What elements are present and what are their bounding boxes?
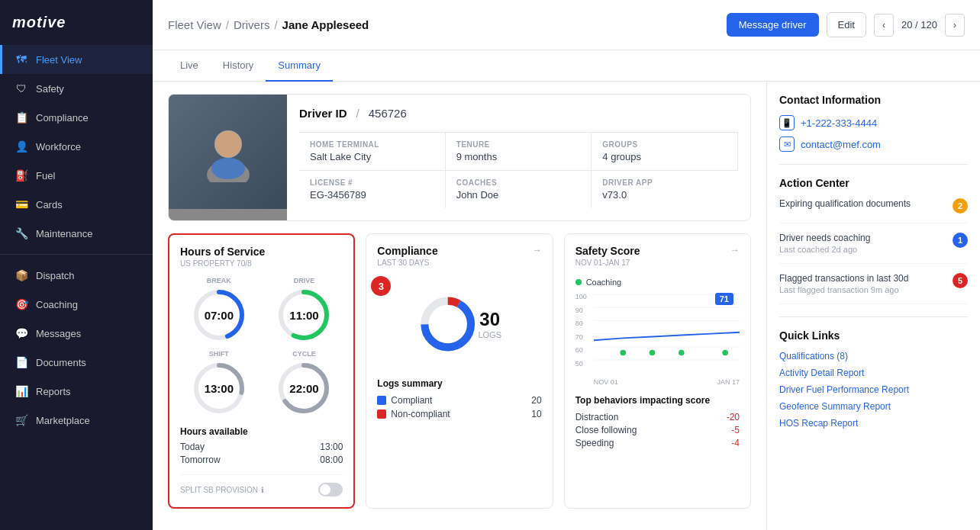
breadcrumb-fleet-view[interactable]: Fleet View: [168, 18, 221, 31]
breadcrumb-drivers[interactable]: Drivers: [234, 18, 270, 31]
tab-summary[interactable]: Summary: [266, 50, 333, 82]
flagged-sub: Last flagged transaction 9m ago: [779, 285, 908, 294]
next-driver-button[interactable]: ›: [945, 14, 965, 37]
expiring-docs-badge: 2: [953, 198, 968, 214]
shift-circle-svg: [192, 361, 247, 416]
summary-cards-row: Hours of Service US PROPERTY 70/8 BREAK: [168, 233, 751, 509]
distraction-label: Distraction: [575, 412, 619, 422]
sidebar-item-label: Marketplace: [36, 415, 90, 426]
chat-icon: 💬: [15, 326, 28, 340]
action-coaching-text: Driver needs coaching Last coached 2d ag…: [779, 233, 870, 254]
prev-driver-button[interactable]: ‹: [874, 14, 894, 37]
safety-subtitle: NOV 01-JAN 17: [575, 259, 640, 267]
info-icon: ℹ: [261, 486, 264, 494]
coaching-dot-1: [620, 350, 626, 356]
compliant-label: Compliant: [391, 395, 432, 406]
main-area: Fleet View / Drivers / Jane Appleseed Me…: [153, 0, 980, 530]
hours-available: Hours available Today 13:00 Tomorrow 08:…: [180, 426, 343, 465]
x-label-nov: NOV 01: [594, 378, 618, 386]
close-following-label: Close following: [575, 425, 637, 435]
contact-title: Contact Information: [779, 94, 968, 106]
noncompliant-dot: [377, 410, 386, 419]
sidebar-item-fuel[interactable]: ⛽ Fuel: [0, 161, 153, 190]
driver-avatar-svg: [198, 121, 259, 182]
fuel-icon: ⛽: [15, 169, 28, 182]
edit-button[interactable]: Edit: [827, 12, 866, 37]
behaviors-title: Top behaviors impacting score: [575, 395, 740, 406]
logs-summary-title: Logs summary: [377, 378, 541, 389]
sidebar-item-fleet-view[interactable]: 🗺 Fleet View: [0, 45, 153, 74]
behavior-distraction: Distraction -20: [575, 412, 740, 422]
coaching-label: Coaching: [586, 278, 621, 287]
drive-label: DRIVE: [294, 277, 315, 284]
noncompliant-row: Non-compliant 10: [377, 409, 541, 419]
coaches-label: COACHES: [456, 178, 581, 187]
tomorrow-value: 08:00: [320, 455, 343, 465]
sidebar-item-label: Maintenance: [36, 228, 92, 239]
safety-score-card: Safety Score NOV 01-JAN 17 → Coaching 71…: [564, 233, 751, 509]
coaching-action-sub: Last coached 2d ago: [779, 245, 870, 254]
shift-wrapper: 13:00: [192, 361, 247, 416]
sidebar-item-safety[interactable]: 🛡 Safety: [0, 74, 153, 103]
safety-arrow-icon[interactable]: →: [730, 245, 740, 255]
quick-link-activity[interactable]: Activity Detail Report: [779, 368, 968, 378]
sidebar-item-label: Documents: [36, 357, 86, 368]
sidebar-item-dispatch[interactable]: 📦 Dispatch: [0, 261, 153, 290]
license-cell: LICENSE # EG-3456789: [299, 171, 446, 208]
driver-photo-placeholder: [169, 95, 287, 209]
tenure-cell: TENURE 9 months: [446, 133, 592, 171]
split-sb-label: SPLIT SB PROVISION: [180, 486, 258, 494]
action-flagged-text: Flagged transactions in last 30d Last fl…: [779, 273, 908, 294]
tab-live[interactable]: Live: [168, 50, 211, 82]
coaching-dot-3: [679, 350, 685, 356]
toggle-knob: [320, 484, 330, 495]
compliance-arrow-icon[interactable]: →: [533, 245, 542, 255]
email-icon: ✉: [779, 137, 795, 152]
message-driver-button[interactable]: Message driver: [727, 13, 819, 37]
noncompliant-label: Non-compliant: [391, 409, 450, 419]
groups-label: GROUPS: [602, 140, 727, 149]
cycle-circle-svg: [276, 361, 331, 416]
logo: motive: [0, 0, 153, 45]
phone-link[interactable]: +1-222-333-4444: [801, 117, 877, 129]
sidebar-item-documents[interactable]: 📄 Documents: [0, 348, 153, 377]
tab-history[interactable]: History: [211, 50, 266, 82]
sidebar-item-coaching[interactable]: 🎯 Coaching: [0, 290, 153, 319]
donut-label: LOGS: [478, 330, 501, 339]
score-badge: 71: [715, 293, 733, 305]
coaching-badge: 1: [953, 233, 968, 248]
split-sb-toggle[interactable]: [318, 483, 343, 496]
flagged-label: Flagged transactions in last 30d: [779, 273, 908, 284]
sidebar-item-compliance[interactable]: 📋 Compliance: [0, 103, 153, 132]
quick-link-geofence[interactable]: Geofence Summary Report: [779, 401, 968, 412]
email-link[interactable]: contact@mef.com: [801, 139, 881, 150]
y-label-80: 80: [575, 320, 587, 327]
behavior-close-following: Close following -5: [575, 425, 740, 435]
sidebar-item-label: Safety: [36, 83, 64, 95]
action-expiring-docs-text: Expiring qualification documents: [779, 198, 911, 210]
close-following-value: -5: [731, 425, 740, 435]
quick-link-qualifications[interactable]: Qualifications (8): [779, 351, 968, 361]
break-label: BREAK: [207, 277, 231, 284]
breadcrumb-driver-name: Jane Appleseed: [282, 18, 369, 31]
driver-id-row: Driver ID / 456726: [299, 107, 738, 120]
sidebar-item-marketplace[interactable]: 🛒 Marketplace: [0, 406, 153, 435]
action-coaching: Driver needs coaching Last coached 2d ag…: [779, 233, 968, 264]
quick-link-hos-recap[interactable]: HOS Recap Report: [779, 418, 968, 429]
sidebar-item-cards[interactable]: 💳 Cards: [0, 190, 153, 219]
cycle-circle: CYCLE 22:00: [266, 350, 343, 416]
y-label-70: 70: [575, 333, 587, 341]
driver-meta-grid: HOME TERMINAL Salt Lake City TENURE 9 mo…: [299, 132, 738, 208]
sidebar-item-reports[interactable]: 📊 Reports: [0, 377, 153, 406]
sidebar-item-label: Coaching: [36, 299, 78, 310]
sidebar-navigation: 🗺 Fleet View 🛡 Safety 📋 Compliance 👤 Wor…: [0, 45, 153, 530]
sidebar-item-maintenance[interactable]: 🔧 Maintenance: [0, 219, 153, 248]
action-center-title: Action Center: [779, 177, 968, 189]
sidebar-item-workforce[interactable]: 👤 Workforce: [0, 132, 153, 161]
sidebar-item-label: Fleet View: [36, 54, 82, 66]
distraction-value: -20: [727, 412, 740, 422]
sidebar-item-messages[interactable]: 💬 Messages: [0, 319, 153, 348]
quick-link-fuel-performance[interactable]: Driver Fuel Performance Report: [779, 384, 968, 395]
driver-details: Driver ID / 456726 HOME TERMINAL Salt La…: [287, 95, 750, 220]
y-label-100: 100: [575, 293, 587, 300]
